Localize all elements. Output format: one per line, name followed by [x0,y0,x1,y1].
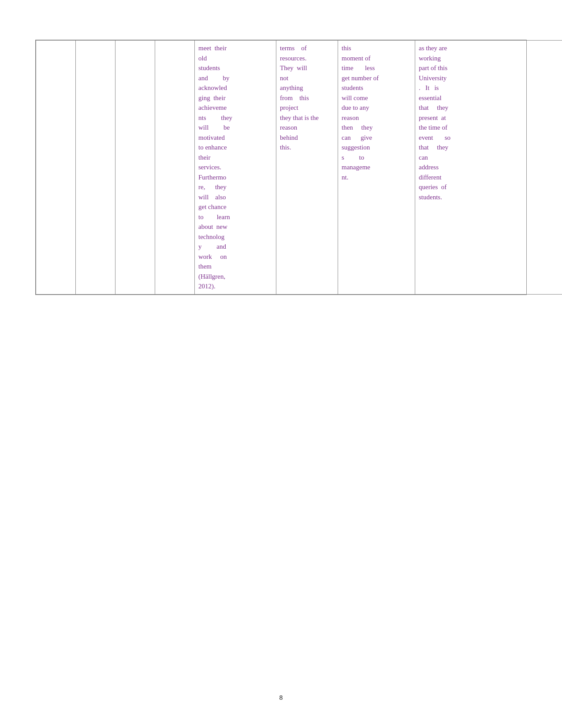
main-table: meet their old students and by acknowled… [36,40,562,295]
page-container: meet their old students and by acknowled… [0,0,562,728]
col8-text: as they are working part of this Univers… [419,43,559,202]
col7-text: this moment of time less get number of s… [342,43,411,182]
page-number: 8 [279,694,283,702]
cell-1-3 [115,41,155,295]
table-wrapper: meet their old students and by acknowled… [35,40,527,295]
cell-1-4 [155,41,195,295]
cell-1-8: as they are working part of this Univers… [415,41,562,295]
cell-1-5: meet their old students and by acknowled… [195,41,276,295]
cell-1-1 [36,41,76,295]
cell-1-7: this moment of time less get number of s… [338,41,415,295]
col6-text: terms of resources. They will not anythi… [280,43,334,153]
cell-1-6: terms of resources. They will not anythi… [276,41,338,295]
cell-1-2 [76,41,115,295]
col5-text: meet their old students and by acknowled… [198,43,272,291]
table-row: meet their old students and by acknowled… [36,41,562,295]
